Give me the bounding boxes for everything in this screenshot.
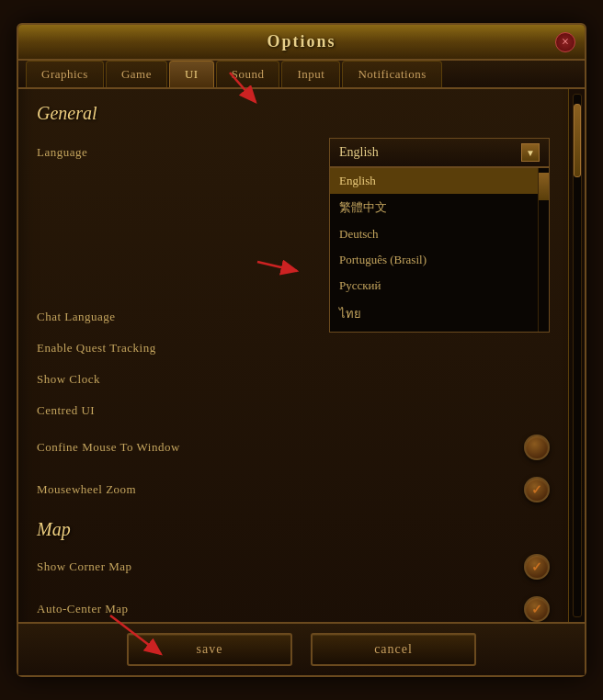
setting-confine-mouse: Confine Mouse To Window [37, 435, 550, 460]
dropdown-scroll-thumb[interactable] [539, 173, 549, 200]
setting-auto-center: Auto-Center Map [37, 596, 550, 622]
scrollbar[interactable] [568, 89, 585, 622]
mousewheel-zoom-toggle[interactable] [524, 477, 550, 502]
scrollbar-thumb[interactable] [574, 104, 581, 177]
setting-centred-ui: Centred UI [37, 403, 550, 418]
show-clock-label: Show Clock [37, 372, 100, 387]
dropdown-scrollbar[interactable] [538, 168, 549, 332]
confine-mouse-label: Confine Mouse To Window [37, 440, 180, 455]
dropdown-item-thai[interactable]: ไทย [330, 299, 538, 329]
dropdown-item-deutsch[interactable]: Deutsch [330, 221, 538, 247]
dropdown-item-portuguese[interactable]: Português (Brasil) [330, 247, 538, 273]
dropdown-item-spanish[interactable]: Español [330, 329, 538, 333]
dropdown-item-chinese[interactable]: 繁體中文 [330, 194, 538, 221]
auto-center-toggle[interactable] [524, 596, 550, 622]
options-window: Options × Graphics Game UI Sound Input N… [17, 23, 586, 677]
language-label: Language [37, 145, 87, 160]
window-title: Options [267, 32, 336, 51]
auto-center-label: Auto-Center Map [37, 602, 129, 616]
setting-show-clock: Show Clock [37, 372, 550, 387]
tab-notifications[interactable]: Notifications [342, 61, 441, 87]
general-header: General [37, 103, 550, 124]
map-header: Map [37, 519, 550, 540]
svg-line-3 [257, 262, 297, 271]
main-panel: General Language English ▼ English 繁體中文 … [18, 89, 568, 622]
tab-sound[interactable]: Sound [216, 61, 280, 87]
corner-map-toggle[interactable] [524, 554, 550, 580]
bottom-bar: save cancel [18, 622, 585, 675]
scrollbar-track[interactable] [573, 94, 582, 617]
cancel-button[interactable]: cancel [311, 633, 476, 666]
dropdown-selected-value[interactable]: English ▼ [329, 138, 550, 167]
tab-graphics[interactable]: Graphics [26, 61, 104, 87]
close-button[interactable]: × [555, 32, 575, 52]
mousewheel-zoom-label: Mousewheel Zoom [37, 482, 136, 497]
confine-mouse-toggle[interactable] [524, 435, 550, 460]
setting-corner-map: Show Corner Map [37, 554, 550, 580]
quest-tracking-label: Enable Quest Tracking [37, 341, 156, 356]
tab-ui[interactable]: UI [169, 61, 214, 87]
save-button[interactable]: save [127, 633, 292, 666]
tab-bar: Graphics Game UI Sound Input Notificatio… [18, 61, 585, 89]
corner-map-label: Show Corner Map [37, 559, 132, 574]
centred-ui-label: Centred UI [37, 403, 95, 418]
setting-mousewheel-zoom: Mousewheel Zoom [37, 477, 550, 502]
dropdown-arrow-icon[interactable]: ▼ [521, 143, 540, 162]
tab-input[interactable]: Input [281, 61, 340, 87]
title-bar: Options × [18, 25, 585, 61]
setting-quest-tracking: Enable Quest Tracking [37, 341, 550, 356]
selected-text: English [339, 145, 379, 160]
dropdown-list[interactable]: English 繁體中文 Deutsch Português (Brasil) … [329, 167, 550, 333]
dropdown-item-english[interactable]: English [330, 168, 538, 194]
chat-language-label: Chat Language [37, 310, 116, 324]
language-dropdown[interactable]: English ▼ English 繁體中文 Deutsch Português… [329, 138, 550, 167]
dropdown-item-russian[interactable]: Русский [330, 273, 538, 299]
tab-game[interactable]: Game [106, 61, 167, 87]
setting-language: Language English ▼ English 繁體中文 Deutsch … [37, 138, 550, 167]
content-area: General Language English ▼ English 繁體中文 … [18, 89, 585, 622]
